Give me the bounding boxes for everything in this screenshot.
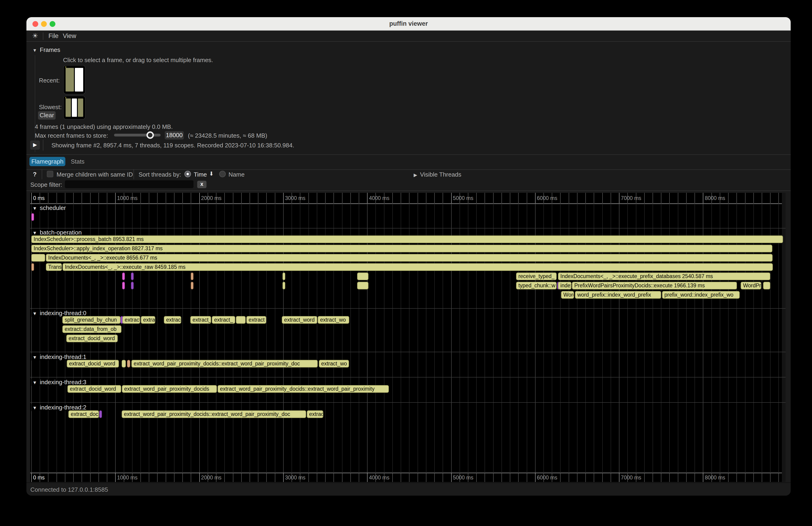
axis-tick (191, 473, 191, 482)
thread-header-scheduler[interactable]: ▼scheduler (31, 204, 68, 211)
menu-view[interactable]: View (63, 31, 76, 42)
scope-bar[interactable]: extract_wo (318, 316, 349, 324)
scope-bar[interactable]: receive_typed_ (516, 273, 556, 280)
close-window-button[interactable] (32, 21, 38, 27)
scope-bar[interactable] (131, 282, 134, 289)
scope-bar[interactable]: extract_docid_word (68, 385, 121, 393)
frame-thumbnail-bar[interactable] (78, 99, 83, 117)
scope-bar[interactable] (282, 282, 285, 289)
scope-bar[interactable]: PrefixWordPairsProximityDocids::execute … (572, 282, 737, 289)
scope-bar[interactable]: typed_chunk::w (516, 282, 556, 289)
scope-bar[interactable] (122, 273, 125, 280)
menu-file[interactable]: File (48, 31, 59, 42)
scope-filter-input[interactable] (65, 180, 193, 188)
scope-bar[interactable] (191, 282, 193, 289)
frame-thumbnail-bar[interactable] (75, 68, 83, 91)
scope-bar[interactable]: extract_docid_word (66, 335, 118, 342)
scope-bar[interactable]: extract_ (190, 316, 211, 324)
flamegraph-canvas[interactable]: 0 ms0 ms1000 ms1000 ms2000 ms2000 ms3000… (30, 193, 786, 482)
axis-tick (57, 473, 57, 482)
scope-bar[interactable]: extract_word_pair_proximity_docids (122, 385, 217, 393)
scope-bar[interactable]: extract_word_pair_proximity_docids::extr… (218, 385, 389, 393)
slowest-frames-thumbnail[interactable] (63, 96, 86, 120)
scope-bar[interactable]: IndexScheduler>::apply_index_operation 8… (31, 245, 772, 252)
scope-bar[interactable]: extract_word_pair_proximity_docids::extr… (131, 360, 318, 367)
scope-bar[interactable]: extrac (164, 316, 181, 324)
axis-tick (99, 193, 99, 203)
axis-tick (31, 193, 32, 203)
sort-name-label[interactable]: Name (229, 171, 245, 178)
axis-tick (510, 473, 510, 482)
scope-bar[interactable] (357, 282, 368, 289)
sort-time-radio[interactable] (185, 171, 191, 177)
scope-bar[interactable]: index (558, 282, 571, 289)
scope-bar[interactable] (122, 282, 125, 289)
scope-bar[interactable] (99, 410, 102, 418)
axis-tick (317, 473, 317, 482)
frames-section-header[interactable]: ▼Frames (32, 46, 60, 54)
frame-thumbnail-bar[interactable] (66, 68, 74, 91)
sort-direction-arrow-icon[interactable]: ⬇ (209, 171, 214, 177)
thread-header-indexing-thread:0[interactable]: ▼indexing-thread:0 (31, 310, 89, 317)
scope-bar[interactable] (236, 316, 246, 324)
scope-bar[interactable]: IndexScheduler>::process_batch 8953.821 … (31, 235, 783, 243)
visible-threads-header[interactable]: ▶Visible Threads (414, 171, 461, 178)
slowest-label: Slowest: (39, 104, 62, 111)
scope-bar[interactable] (357, 273, 368, 280)
scope-bar[interactable] (122, 360, 126, 367)
frame-thumbnail-bar[interactable] (72, 99, 77, 117)
recent-frames-thumbnail[interactable] (63, 65, 86, 94)
scope-bar[interactable]: Word (561, 291, 574, 299)
tab-stats[interactable]: Stats (68, 157, 87, 166)
scope-bar[interactable]: extract_word (282, 316, 317, 324)
scope-bar[interactable]: extract (122, 316, 140, 324)
theme-toggle-sun-icon[interactable]: ☀ (32, 31, 38, 42)
sort-time-label[interactable]: Time (194, 171, 207, 178)
scope-bar[interactable] (763, 282, 770, 289)
axis-label-top: 4000 ms (369, 195, 389, 201)
scope-bar[interactable]: extract_word_pair_proximity_docids::extr… (122, 410, 306, 418)
sort-name-radio[interactable] (219, 171, 226, 177)
frame-thumbnail-bar[interactable] (66, 99, 71, 117)
thread-header-indexing-thread:2[interactable]: ▼indexing-thread:2 (31, 404, 89, 411)
scope-bar[interactable] (31, 213, 34, 221)
scope-bar[interactable]: split_grenad_by_chun (62, 316, 120, 324)
scope-bar[interactable] (131, 273, 134, 280)
scope-bar[interactable]: extract_doc (68, 410, 99, 418)
scope-bar[interactable]: extract::data_from_ob (62, 325, 121, 333)
thread-header-indexing-thread:1[interactable]: ▼indexing-thread:1 (31, 353, 89, 361)
scope-bar[interactable]: IndexDocuments<_, _>::execute 8656.677 m… (46, 254, 773, 262)
scope-bar[interactable]: IndexDocuments<_, _>::execute_raw 8459.1… (62, 263, 773, 271)
scope-bar[interactable]: extract_ (212, 316, 235, 324)
scope-bar[interactable] (127, 360, 130, 367)
scope-bar[interactable] (282, 273, 285, 280)
scope-bar[interactable] (31, 254, 45, 262)
maximize-window-button[interactable] (49, 21, 55, 27)
scope-bar[interactable] (31, 263, 34, 271)
thread-header-batch-operation[interactable]: ▼batch-operation (31, 229, 84, 236)
scope-bar[interactable]: word_prefix::index_word_prefix (575, 291, 661, 299)
scope-bar[interactable]: prefix_word::index_prefix_wo (662, 291, 740, 299)
scope-bar[interactable]: WordPr (741, 282, 761, 289)
scope-bar[interactable]: extract_docid_word (67, 360, 119, 367)
scope-bar[interactable]: extract_wo (319, 360, 349, 367)
play-button[interactable]: ▶ (30, 141, 40, 150)
clear-filter-button[interactable]: x (197, 181, 206, 188)
window-title: puffin viewer (26, 17, 791, 30)
thread-separator (30, 377, 786, 378)
scope-bar[interactable]: Trans (46, 263, 62, 271)
scope-bar[interactable]: extract (246, 316, 266, 324)
clear-button[interactable]: Clear (38, 111, 56, 120)
thread-header-indexing-thread:3[interactable]: ▼indexing-thread:3 (31, 379, 89, 386)
scope-bar[interactable]: extrac (307, 410, 323, 418)
axis-label-bottom: 3000 ms (285, 474, 305, 481)
scope-bar[interactable]: IndexDocuments<_, _>::execute_prefix_dat… (558, 273, 770, 280)
minimize-window-button[interactable] (41, 21, 47, 27)
scope-bar[interactable]: extra (141, 316, 155, 324)
tab-flamegraph[interactable]: Flamegraph (29, 157, 66, 166)
help-button[interactable]: ? (33, 171, 37, 178)
max-frames-value[interactable]: 18000 (165, 131, 184, 140)
max-frames-slider-knob[interactable] (146, 131, 154, 139)
merge-children-checkbox[interactable] (47, 171, 53, 177)
scope-bar[interactable] (191, 273, 193, 280)
